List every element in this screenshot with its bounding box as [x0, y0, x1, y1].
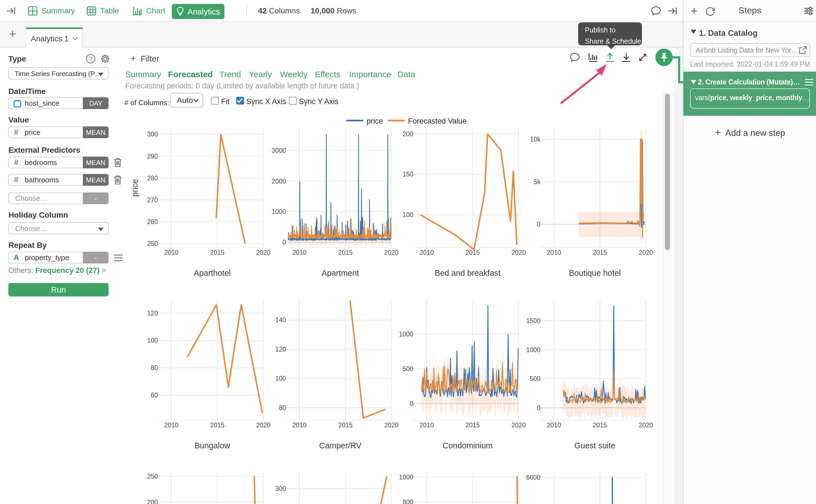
svg-text:500: 500 [402, 365, 413, 373]
svg-text:120: 120 [275, 346, 286, 353]
svg-text:2020: 2020 [512, 249, 526, 256]
svg-text:2015: 2015 [593, 249, 607, 256]
svg-text:2015: 2015 [466, 421, 480, 429]
svg-text:5k: 5k [534, 178, 541, 185]
svg-text:3000: 3000 [272, 147, 286, 154]
svg-text:2010: 2010 [420, 249, 434, 256]
svg-text:2020: 2020 [639, 249, 653, 256]
svg-text:1000: 1000 [272, 208, 286, 215]
svg-text:10k: 10k [530, 136, 541, 143]
svg-text:300: 300 [275, 485, 286, 492]
svg-text:2015: 2015 [210, 421, 224, 429]
svg-text:price: price [130, 179, 139, 197]
svg-text:Condominium: Condominium [443, 441, 493, 450]
svg-text:290: 290 [147, 153, 158, 160]
svg-text:2020: 2020 [256, 421, 270, 429]
svg-text:0: 0 [537, 221, 541, 228]
svg-text:2010: 2010 [164, 421, 178, 429]
svg-text:800: 800 [402, 498, 413, 504]
svg-text:2010: 2010 [292, 249, 306, 256]
svg-text:100: 100 [402, 211, 413, 218]
svg-text:80: 80 [279, 404, 286, 411]
svg-text:Aparthotel: Aparthotel [194, 269, 230, 277]
svg-text:2020: 2020 [512, 421, 526, 429]
svg-text:270: 270 [147, 196, 158, 204]
svg-text:1000: 1000 [526, 346, 540, 354]
svg-text:200: 200 [402, 130, 413, 138]
svg-text:260: 260 [147, 218, 158, 225]
svg-text:140: 140 [275, 316, 286, 324]
svg-text:60: 60 [151, 392, 158, 399]
svg-text:2000: 2000 [272, 178, 286, 185]
svg-text:2020: 2020 [639, 421, 653, 429]
svg-text:280: 280 [147, 175, 158, 182]
svg-text:0: 0 [410, 400, 413, 407]
svg-text:200: 200 [147, 499, 158, 504]
svg-text:Bungalow: Bungalow [194, 441, 230, 450]
svg-text:250: 250 [147, 240, 158, 247]
svg-text:2010: 2010 [420, 421, 434, 429]
svg-text:1000: 1000 [399, 474, 413, 481]
svg-text:2015: 2015 [210, 249, 224, 256]
svg-text:100: 100 [147, 337, 158, 344]
svg-text:6000: 6000 [526, 474, 540, 481]
svg-text:2015: 2015 [338, 249, 352, 256]
svg-text:300: 300 [147, 131, 158, 138]
svg-text:2010: 2010 [547, 421, 561, 429]
svg-text:2020: 2020 [256, 249, 270, 256]
svg-text:Bed and breakfast: Bed and breakfast [435, 269, 500, 277]
svg-text:2015: 2015 [593, 421, 607, 429]
svg-text:120: 120 [147, 310, 158, 317]
svg-text:Apartment: Apartment [321, 269, 359, 277]
svg-text:1000: 1000 [399, 331, 413, 338]
svg-text:2015: 2015 [466, 249, 480, 256]
svg-text:Guest suite: Guest suite [574, 441, 615, 450]
svg-text:?: ? [89, 55, 92, 62]
svg-text:0: 0 [537, 404, 541, 411]
svg-text:1500: 1500 [526, 317, 540, 324]
svg-text:2020: 2020 [384, 421, 398, 429]
svg-text:500: 500 [530, 375, 540, 382]
svg-text:2010: 2010 [547, 249, 561, 256]
svg-text:2010: 2010 [292, 421, 306, 429]
svg-text:250: 250 [147, 473, 158, 480]
svg-text:Camper/RV: Camper/RV [319, 441, 362, 450]
svg-text:2020: 2020 [384, 249, 398, 256]
svg-text:100: 100 [275, 375, 286, 382]
svg-text:Boutique hotel: Boutique hotel [569, 269, 621, 277]
svg-text:0: 0 [282, 239, 286, 246]
svg-text:2010: 2010 [164, 249, 178, 256]
svg-text:150: 150 [402, 171, 413, 178]
svg-text:2015: 2015 [338, 421, 352, 429]
svg-text:80: 80 [151, 364, 158, 371]
